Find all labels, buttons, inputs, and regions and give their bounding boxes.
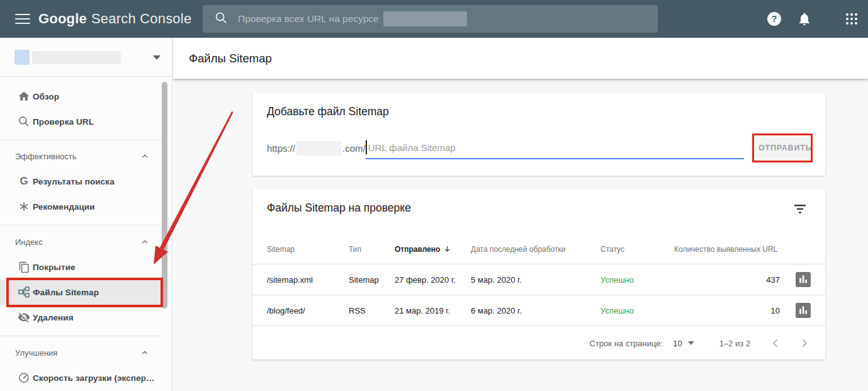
home-icon: [16, 89, 31, 104]
google-g-icon: G: [16, 174, 31, 189]
sidebar-item-recommendations[interactable]: Рекомендации: [0, 194, 163, 219]
redacted-domain: [296, 141, 341, 156]
speedometer-icon: [16, 370, 31, 385]
page-title: Файлы Sitemap: [189, 38, 272, 79]
column-header-type[interactable]: Тип: [349, 245, 395, 254]
sidebar-item-label: Результаты поиска: [33, 169, 115, 194]
column-header-last-read[interactable]: Дата последней обработки: [471, 245, 600, 254]
search-placeholder: Проверка всех URL на ресурсе: [238, 13, 379, 25]
svg-text:?: ?: [772, 14, 777, 24]
notifications-button[interactable]: [797, 11, 812, 26]
cell-discovered-urls: 437: [674, 275, 784, 285]
filter-icon: [794, 204, 806, 214]
hamburger-menu-button[interactable]: [15, 12, 30, 26]
bar-chart-icon: [796, 272, 811, 287]
help-button[interactable]: ?: [767, 11, 782, 26]
apps-grid-button[interactable]: [844, 11, 859, 26]
cell-sitemap-path: /blog/feed/: [267, 306, 349, 315]
filter-button[interactable]: [794, 204, 806, 214]
submit-button[interactable]: ОТПРАВИТЬ: [755, 136, 810, 160]
hamburger-icon: [15, 14, 30, 16]
cell-last-read: 6 мар. 2020 г.: [471, 306, 600, 315]
sitemaps-card-title: Файлы Sitemap на проверке: [267, 201, 411, 215]
chevron-up-icon: [140, 237, 149, 249]
search-icon: [16, 114, 31, 129]
previous-page-button[interactable]: [769, 337, 782, 349]
sidebar-item-overview[interactable]: Обзор: [0, 84, 163, 109]
chevron-right-icon: [798, 337, 811, 349]
sitemap-url-row: https:// .com/ ОТПРАВИТЬ: [267, 133, 813, 163]
column-header-discovered-urls[interactable]: Количество выявленных URL: [674, 245, 784, 254]
apps-grid-icon: [844, 11, 859, 26]
asterisk-icon: [16, 199, 31, 214]
google-search-console-app: Google Search Console Проверка всех URL …: [0, 0, 868, 391]
sidebar-item-label: Скорость загрузки (экспер…: [33, 365, 155, 390]
bar-chart-icon: [796, 303, 811, 318]
sidebar-item-label: Покрытие: [33, 254, 76, 280]
sitemap-url-input-underline: [366, 137, 744, 159]
cell-submitted: 21 мар. 2019 г.: [395, 306, 471, 315]
property-selector[interactable]: [0, 38, 172, 77]
main-area: Файлы Sitemap Добавьте файл Sitemap http…: [173, 38, 868, 391]
pagination-range: 1–2 из 2: [719, 339, 750, 348]
table-row[interactable]: /blog/feed/ RSS 21 мар. 2019 г. 6 мар. 2…: [252, 295, 825, 326]
section-title: Эффективность: [15, 145, 77, 167]
cell-type: Sitemap: [349, 275, 395, 285]
url-inspection-search-input[interactable]: Проверка всех URL на ресурсе: [203, 5, 658, 33]
sidebar-item-label: Удаления: [33, 305, 74, 330]
property-favicon: [14, 50, 30, 65]
sitemap-tree-icon: [16, 285, 31, 300]
search-icon: [214, 11, 228, 27]
chevron-up-icon: [140, 348, 149, 360]
section-title: Улучшения: [15, 341, 57, 364]
dropdown-arrow-icon: [153, 55, 161, 60]
cell-submitted: 27 февр. 2020 г.: [395, 275, 471, 285]
column-header-submitted[interactable]: Отправлено: [395, 245, 471, 254]
logo-google: Google: [38, 11, 87, 27]
column-header-status[interactable]: Статус: [600, 245, 674, 254]
table-header-row: Sitemap Тип Отправлено Дата последней об…: [252, 234, 825, 264]
url-suffix: .com/: [342, 143, 366, 154]
sidebar-item-url-inspection[interactable]: Проверка URL: [0, 109, 163, 134]
cell-status: Успешно: [600, 306, 674, 315]
sidebar-item-label: Обзор: [33, 84, 59, 109]
eye-off-icon: [16, 310, 31, 325]
cell-status: Успешно: [600, 275, 674, 285]
rows-per-page-label: Строк на странице:: [590, 339, 663, 348]
view-stats-button[interactable]: [796, 303, 811, 318]
table-pagination: Строк на странице: 10 1–2 из 2: [252, 327, 825, 360]
sidebar-item-label: Проверка URL: [33, 109, 94, 134]
sidebar-item-removals[interactable]: Удаления: [0, 305, 163, 330]
page-title-bar: Файлы Sitemap: [173, 38, 868, 79]
sidebar-item-search-results[interactable]: G Результаты поиска: [0, 169, 163, 194]
sidebar-item-label: Файлы Sitemap: [33, 280, 99, 305]
next-page-button[interactable]: [798, 337, 811, 349]
sidebar: Обзор Проверка URL Эффективность G Резул…: [0, 38, 172, 391]
rows-per-page-value[interactable]: 10: [673, 339, 682, 348]
section-title: Индекс: [15, 230, 43, 253]
cell-type: RSS: [349, 306, 395, 315]
rows-per-page-dropdown-icon[interactable]: [688, 341, 694, 345]
arrow-down-icon: [443, 245, 451, 253]
cell-last-read: 5 мар. 2020 г.: [471, 275, 600, 285]
chevron-up-icon: [140, 152, 149, 163]
sitemap-url-input[interactable]: [366, 142, 744, 153]
sidebar-item-coverage[interactable]: Покрытие: [0, 254, 163, 280]
add-sitemap-card: Добавьте файл Sitemap https:// .com/ ОТП…: [252, 93, 825, 176]
app-logo: Google Search Console: [38, 0, 191, 38]
app-header: Google Search Console Проверка всех URL …: [0, 0, 868, 38]
sidebar-scrollbar[interactable]: [162, 82, 167, 309]
section-header-index[interactable]: Индекс: [0, 230, 163, 253]
sidebar-item-sitemaps[interactable]: Файлы Sitemap: [0, 280, 163, 305]
divider: [0, 336, 163, 336]
section-header-performance[interactable]: Эффективность: [0, 145, 163, 167]
sidebar-item-page-speed[interactable]: Скорость загрузки (экспер…: [0, 365, 163, 390]
column-header-sitemap[interactable]: Sitemap: [267, 245, 349, 254]
text-cursor: [366, 140, 367, 154]
divider: [0, 225, 163, 225]
chevron-left-icon: [769, 337, 782, 349]
view-stats-button[interactable]: [796, 272, 811, 287]
section-header-enhancements[interactable]: Улучшения: [0, 341, 163, 364]
table-row[interactable]: /sitemap.xml Sitemap 27 февр. 2020 г. 5 …: [252, 264, 825, 295]
logo-search-console: Search Console: [91, 11, 191, 27]
